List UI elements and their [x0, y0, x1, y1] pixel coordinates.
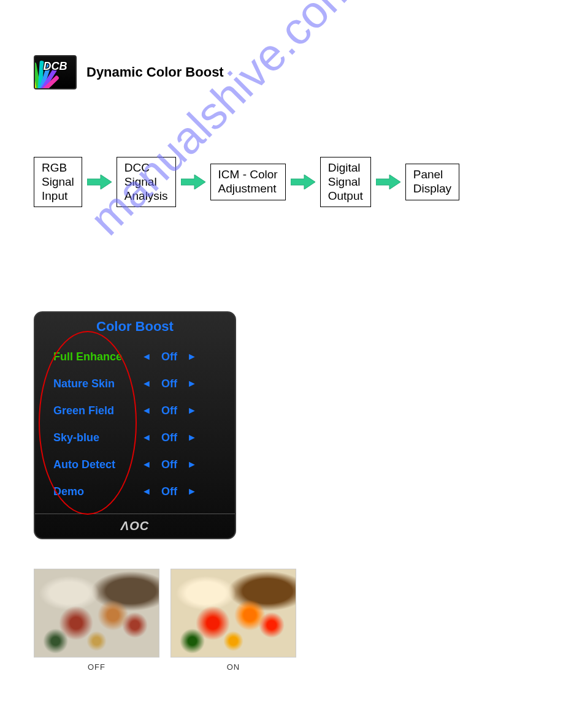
osd-item-value: Off — [154, 458, 185, 471]
osd-title: Color Boost — [35, 313, 235, 343]
comparison-off-image — [34, 569, 159, 658]
osd-arrow-left-icon[interactable]: ◄ — [139, 459, 154, 470]
osd-arrow-left-icon[interactable]: ◄ — [139, 486, 154, 497]
osd-item-label: Full Enhance — [53, 351, 139, 363]
flow-box: Panel Display — [405, 164, 459, 200]
svg-marker-2 — [291, 175, 315, 189]
signal-flow-diagram: RGB Signal Input DCC Signal Analysis ICM… — [34, 157, 529, 207]
osd-item-full-enhance[interactable]: Full Enhance ◄ Off ► — [53, 343, 223, 370]
osd-arrow-left-icon[interactable]: ◄ — [139, 378, 154, 389]
osd-item-demo[interactable]: Demo ◄ Off ► — [53, 478, 223, 505]
comparison-on: ON — [170, 569, 296, 672]
osd-item-value: Off — [154, 351, 185, 363]
osd-arrow-right-icon[interactable]: ► — [185, 405, 199, 416]
osd-arrow-left-icon[interactable]: ◄ — [139, 405, 154, 416]
comparison-on-image — [170, 569, 296, 658]
osd-item-value: Off — [154, 377, 185, 390]
flow-arrow-icon — [291, 175, 315, 189]
osd-item-label: Sky-blue — [53, 431, 139, 444]
osd-arrow-right-icon[interactable]: ► — [185, 486, 199, 497]
osd-panel: Color Boost Full Enhance ◄ Off ► Nature … — [34, 311, 236, 539]
watermark: manualshive.com — [80, 0, 366, 245]
osd-arrow-right-icon[interactable]: ► — [185, 432, 199, 443]
flow-box: RGB Signal Input — [34, 157, 82, 207]
flow-box: Digital Signal Output — [320, 157, 371, 207]
osd-item-green-field[interactable]: Green Field ◄ Off ► — [53, 397, 223, 424]
osd-item-label: Demo — [53, 485, 139, 498]
osd-arrow-right-icon[interactable]: ► — [185, 378, 199, 389]
dcb-icon-label: DCB — [35, 60, 75, 73]
flow-arrow-icon — [87, 175, 112, 189]
osd-brand-logo: ΛOC — [35, 514, 235, 533]
osd-arrow-left-icon[interactable]: ◄ — [139, 432, 154, 443]
osd-item-value: Off — [154, 431, 185, 444]
svg-marker-3 — [376, 175, 400, 189]
svg-marker-0 — [87, 175, 112, 189]
osd-arrow-right-icon[interactable]: ► — [185, 351, 199, 362]
osd-item-sky-blue[interactable]: Sky-blue ◄ Off ► — [53, 424, 223, 451]
osd-item-auto-detect[interactable]: Auto Detect ◄ Off ► — [53, 451, 223, 478]
osd-arrow-right-icon[interactable]: ► — [185, 459, 199, 470]
flow-box: DCC Signal Analysis — [117, 157, 176, 207]
dcb-icon: DCB — [34, 55, 77, 89]
comparison-off: OFF — [34, 569, 159, 672]
page-title: Dynamic Color Boost — [86, 64, 224, 80]
osd-arrow-left-icon[interactable]: ◄ — [139, 351, 154, 362]
osd-item-label: Green Field — [53, 404, 139, 417]
osd-item-value: Off — [154, 485, 185, 498]
osd-item-label: Auto Detect — [53, 458, 139, 471]
osd-item-label: Nature Skin — [53, 377, 139, 390]
svg-marker-1 — [181, 175, 205, 189]
flow-arrow-icon — [181, 175, 205, 189]
comparison-off-label: OFF — [34, 662, 159, 672]
comparison-on-label: ON — [170, 662, 296, 672]
flow-box: ICM - Color Adjustment — [210, 164, 286, 200]
osd-item-nature-skin[interactable]: Nature Skin ◄ Off ► — [53, 370, 223, 397]
flow-arrow-icon — [376, 175, 400, 189]
osd-item-value: Off — [154, 404, 185, 417]
